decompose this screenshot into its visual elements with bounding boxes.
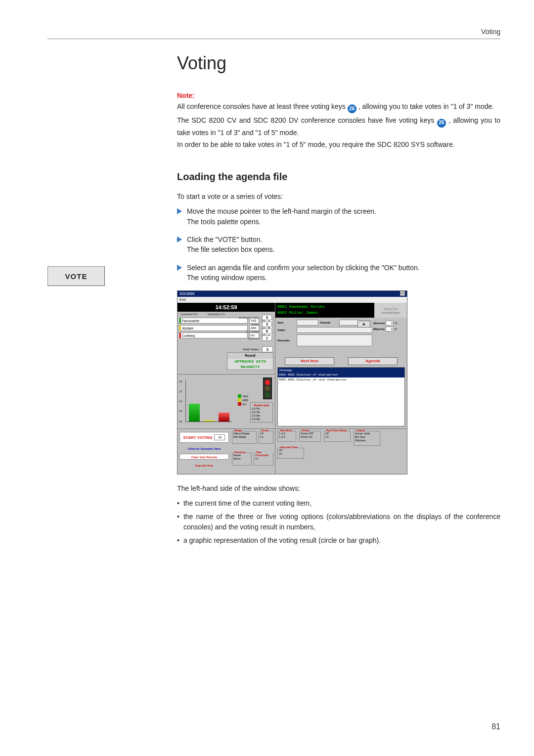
tick: 15 xyxy=(179,390,182,393)
result-box: Result APPROVED WITH MAJORITY xyxy=(227,352,273,370)
option-name[interactable]: Contrary xyxy=(179,332,248,338)
radio[interactable]: Master xyxy=(233,454,250,457)
traffic-light-icon xyxy=(263,378,272,399)
step-2: Click the "VOTE" button. The file select… xyxy=(177,235,500,255)
option-name[interactable]: Abstain xyxy=(179,325,248,331)
badge-26-icon: 26 xyxy=(348,104,356,113)
clock: 14:52:59 xyxy=(178,303,275,312)
radio[interactable]: Printer OFF xyxy=(301,432,319,435)
radio[interactable]: On xyxy=(325,435,349,439)
label: Not Voted : xyxy=(246,330,261,333)
group-title: Vote with Timer xyxy=(279,446,299,449)
group-title: Presence xyxy=(234,451,246,454)
result-text: MAJORITY xyxy=(227,364,273,370)
step-line: The file selection box opens. xyxy=(187,245,274,253)
bullet-icon: • xyxy=(177,498,179,509)
radio[interactable]: On xyxy=(260,435,272,439)
radio[interactable]: With Badge xyxy=(233,435,255,439)
label: Majority xyxy=(373,328,385,331)
name-display: 0001 Kawakami Hiroko 0002 Miller James xyxy=(275,303,374,318)
radio[interactable]: Bar-chart xyxy=(355,435,379,439)
menu-end[interactable]: End xyxy=(178,297,407,303)
result-text: APPROVED WITH xyxy=(227,359,273,364)
group-title: Badge xyxy=(234,429,242,432)
label: Voted : xyxy=(251,323,261,326)
label: Amend. xyxy=(320,321,338,324)
note-label: Note: xyxy=(177,92,500,99)
value: 3 xyxy=(262,315,272,320)
radio[interactable]: Printer ON xyxy=(301,435,319,439)
step-line: The tools palette opens. xyxy=(187,218,261,226)
start-voting-button[interactable]: START VOTING All xyxy=(179,432,229,443)
display-style-group[interactable]: Display Style 2-D Pie 3-D Pie 2-D Bar 3-… xyxy=(250,402,273,423)
hdr: Votelabel CU xyxy=(208,313,225,316)
tick: 05 xyxy=(179,410,182,413)
descript-field[interactable] xyxy=(297,334,372,346)
radio[interactable]: Off xyxy=(260,432,272,435)
bullet-icon: • xyxy=(177,535,179,546)
close-icon[interactable]: × xyxy=(400,291,405,296)
tick: 10 xyxy=(179,400,182,403)
bar-abstain xyxy=(204,420,215,422)
index-field[interactable] xyxy=(297,327,372,333)
text: The SDC 8200 CV and SDC 8200 DV conferen… xyxy=(177,116,437,124)
bar-favourable xyxy=(189,404,200,422)
bar-chart: 00 05 10 15 20 xyxy=(185,379,232,422)
add-button[interactable]: + xyxy=(357,321,370,328)
radio[interactable]: 3-D Bar xyxy=(252,418,271,421)
vote-button[interactable]: VOTE xyxy=(47,266,105,286)
value: 0 xyxy=(262,329,272,334)
synoptic-view-link[interactable]: Click for Synoptic View xyxy=(179,446,229,452)
value: 1 xyxy=(262,335,272,341)
radio[interactable]: 3-D Pie xyxy=(252,411,271,414)
section-heading: Loading the agenda file xyxy=(177,171,500,183)
radio[interactable]: Micros xyxy=(233,457,250,461)
telecon-label: TeleCon VersaWebHelper xyxy=(374,303,407,318)
note-para-2: The SDC 8200 CV and SDC 8200 DV conferen… xyxy=(177,115,500,138)
page-number: 81 xyxy=(491,722,500,731)
agenda-button[interactable]: Agenda xyxy=(348,357,398,365)
value[interactable]: 0 xyxy=(386,321,394,326)
value[interactable]: 0 xyxy=(386,327,394,331)
label: Item xyxy=(277,321,295,324)
agenda-header: Chronology xyxy=(278,368,404,373)
text: , allowing you to take votes in "1 of 3"… xyxy=(358,102,494,110)
voting-window-screenshot: SDC8000 × End 14:52:59 Votelabel PC Vote… xyxy=(177,290,407,474)
rep-del-vote-link[interactable]: Rep.del.Vote xyxy=(179,463,229,469)
radio[interactable]: 1 of 5 xyxy=(279,435,295,439)
option-name[interactable]: Favourable xyxy=(179,318,248,324)
pct: % xyxy=(395,328,397,331)
item-field[interactable] xyxy=(297,320,318,326)
step-3: Select an agenda file and confirm your s… xyxy=(177,263,500,283)
legend: YES ABS NO xyxy=(238,394,248,406)
radio[interactable]: 2-D Pie xyxy=(252,407,271,411)
group-title: Real-Time-Voting xyxy=(326,429,347,432)
delegate-name: 0001 Kawakami Hiroko xyxy=(277,304,372,310)
legend-item: YES xyxy=(242,395,248,398)
legend-item: ABS xyxy=(242,399,248,402)
intro-text: To start a vote or a series of votes: xyxy=(177,191,500,201)
bar-contrary xyxy=(219,413,229,422)
clear-results-button[interactable]: Clear Vote Results xyxy=(179,454,229,460)
radio[interactable]: Synopt. detail xyxy=(355,432,379,435)
radio[interactable]: 1 of 3 xyxy=(279,432,295,435)
running-head: Voting xyxy=(47,28,500,39)
radio[interactable]: Without Badge xyxy=(233,432,255,435)
agenda-list[interactable]: Chronology 0001 0001 Election of chairpe… xyxy=(277,367,405,426)
radio[interactable]: Statsheet xyxy=(355,439,379,442)
radio[interactable]: On xyxy=(279,452,303,456)
group-title: Vote Mode xyxy=(279,429,293,432)
bullet-text: a graphic representation of the voting r… xyxy=(183,535,381,546)
list-item[interactable]: 0001 0001 Election of chairperson xyxy=(278,373,404,378)
radio[interactable]: 2-D Bar xyxy=(252,414,271,418)
arrow-icon xyxy=(177,236,182,242)
step-line: Select an agenda file and confirm your s… xyxy=(187,264,420,272)
label: Descript. xyxy=(277,339,295,342)
note-para-1: All conference consoles have at least th… xyxy=(177,101,500,113)
radio[interactable]: Off xyxy=(325,432,349,435)
next-item-button[interactable]: Next Item xyxy=(285,357,334,365)
radio[interactable]: On xyxy=(255,457,272,461)
group-select[interactable]: All xyxy=(214,434,225,440)
radio[interactable]: Off xyxy=(279,449,303,452)
list-item[interactable]: 0002 0001 Election of vice chairperson xyxy=(278,378,404,382)
